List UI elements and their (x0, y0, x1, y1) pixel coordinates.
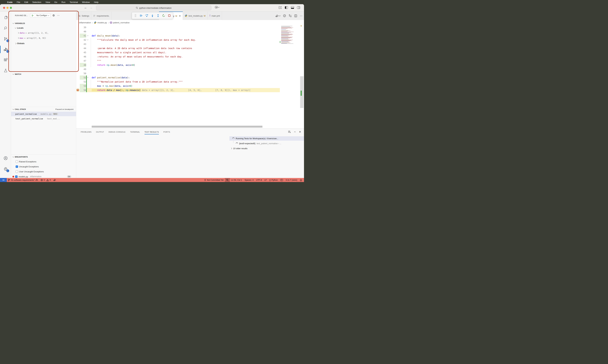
tab-main-yml[interactable]: !main.yml (208, 12, 222, 20)
commit-status-item[interactable]: Not Committed Yet (203, 178, 225, 182)
problems-item[interactable]: 0 0 (39, 178, 52, 182)
indentation-item[interactable]: Spaces: 4 (243, 178, 255, 182)
breakpoint-margin[interactable] (76, 67, 80, 71)
run-or-debug-button[interactable] (276, 14, 280, 17)
compare-changes-icon[interactable] (289, 14, 291, 17)
breakpoint-margin[interactable] (76, 80, 80, 84)
stack-frame-row[interactable]: patient_normalisemodels.py54:1 (11, 112, 76, 116)
debug-launch-control[interactable]: No Configur (30, 13, 51, 18)
breakpoint-margin[interactable] (76, 84, 80, 88)
command-center-search[interactable]: python-intermediate-inflammation (96, 5, 211, 10)
activity-explorer[interactable] (0, 13, 11, 23)
config-dropdown[interactable]: No Configur (35, 14, 50, 17)
code-line-39[interactable]: 39 (76, 25, 304, 29)
breakpoint-margin[interactable] (76, 76, 80, 80)
stop-button[interactable] (166, 13, 172, 18)
breakpoint-margin[interactable] (76, 71, 80, 76)
breakpoint-margin[interactable] (76, 42, 80, 46)
activity-run-and-debug[interactable]: 1 (0, 44, 11, 54)
clear-results-icon[interactable] (288, 131, 291, 133)
language-mode-item[interactable]: {} Python (268, 178, 279, 182)
activity-source-control[interactable]: 3 (0, 34, 11, 44)
breakpoint-margin[interactable] (76, 63, 80, 67)
continue-button[interactable] (138, 13, 144, 18)
eol-item[interactable]: LF (263, 178, 268, 182)
more-actions-icon[interactable]: ⋯ (300, 14, 302, 17)
breakpoint-row[interactable]: User Uncaught Exceptions (11, 169, 76, 174)
branch-item[interactable]: 31-software-requirements* (7, 178, 39, 182)
notifications-item[interactable] (299, 178, 304, 182)
call-stack-section-header[interactable]: CALL STACK Paused on breakpoint (11, 107, 76, 111)
gear-icon[interactable]: ⚙ (52, 14, 55, 17)
code-line-51[interactable]: 51def patient_normalise(data): (76, 76, 304, 80)
panel-tab-test-results[interactable]: TEST RESULTS (144, 129, 159, 135)
toggle-secondary-sidebar-icon[interactable] (297, 6, 300, 9)
code-line-40[interactable]: 40 (76, 29, 304, 34)
code-line-50[interactable]: 50 (76, 71, 304, 76)
maximize-panel-icon[interactable] (294, 131, 296, 133)
copilot-menu[interactable] (215, 6, 219, 8)
code-line-41[interactable]: 41def daily_mean(data): (76, 34, 304, 38)
locals-group[interactable]: Locals (11, 26, 76, 30)
breakpoint-margin[interactable] (76, 59, 80, 63)
code-line-42[interactable]: 42 """Calculate the daily mean of a 2D i… (76, 38, 304, 42)
more-actions-icon[interactable]: ⋯ (57, 14, 60, 17)
breakpoint-margin[interactable] (76, 54, 80, 59)
activity-extensions[interactable] (0, 55, 11, 65)
code-line-52[interactable]: 52 """Normalise patient data from a 2D i… (76, 80, 304, 84)
debug-status-item[interactable] (52, 178, 57, 182)
minimap[interactable] (280, 25, 300, 128)
fold-chevron-icon[interactable] (87, 39, 89, 40)
menu-item-terminal[interactable]: Terminal (69, 1, 78, 3)
menu-item-go[interactable]: Go (54, 1, 57, 3)
menu-item-code[interactable]: Code (7, 1, 13, 3)
variable-row-data[interactable]: data= array([[1, 2, 3], (11, 31, 76, 35)
breakpoint-row[interactable]: ✓Uncaught Exceptions (11, 164, 76, 169)
code-line-46[interactable]: 46 :returns: An array of mean values of … (76, 54, 304, 59)
fold-chevron-icon[interactable] (87, 77, 89, 78)
step-into-button[interactable] (150, 13, 155, 18)
breakpoint-margin[interactable] (76, 29, 80, 34)
breakpoint-margin[interactable] (76, 46, 80, 50)
python-interpreter-item[interactable]: 3.11.7 (venv) (284, 178, 299, 182)
activity-settings[interactable]: 1 (0, 164, 11, 174)
checkbox[interactable]: ✓ (16, 165, 18, 168)
breakpoints-section-header[interactable]: BREAKPOINTS (11, 155, 76, 159)
breakpoint-row[interactable]: Raised Exceptions (11, 159, 76, 164)
customize-layout-icon[interactable] (278, 6, 282, 9)
close-icon[interactable]: ✕ (179, 15, 181, 17)
variable-row-max[interactable]: max= array([7, 8, 9]) (11, 36, 76, 40)
panel-tab-ports[interactable]: PORTS (163, 129, 170, 135)
step-out-button[interactable] (155, 13, 161, 18)
start-debug-icon[interactable] (30, 13, 35, 17)
breadcrumb-item[interactable]: models.py (94, 21, 107, 24)
code-line-47[interactable]: 47 """ (76, 59, 304, 63)
code-line-54[interactable]: 54 return data / max[:, np.newaxis] data… (76, 88, 304, 92)
cursor-position-item[interactable]: Ln 54, Col 1 (230, 178, 243, 182)
toggle-primary-sidebar-icon[interactable] (285, 6, 288, 9)
code-line-45[interactable]: 45 measurements for a single patient acr… (76, 50, 304, 54)
tab-settings[interactable]: Settings (76, 12, 91, 20)
variables-section-header[interactable]: VARIABLES (11, 21, 76, 26)
breadcrumb-item[interactable]: inflammation (79, 21, 91, 24)
encoding-item[interactable]: UTF-8 (255, 178, 263, 182)
breakpoint-margin[interactable] (76, 25, 80, 29)
forward-arrow-icon[interactable]: → (90, 6, 93, 10)
menu-item-run[interactable]: Run (61, 1, 65, 3)
breakpoint-margin[interactable] (76, 50, 80, 54)
toggle-panel-icon[interactable] (291, 6, 294, 9)
close-panel-icon[interactable]: ✕ (299, 130, 301, 133)
test-result-row[interactable]: Running Tests for Workspace(s): /Users/u… (229, 136, 304, 141)
breadcrumb-item[interactable]: patient_normalise (110, 21, 129, 24)
menu-item-view[interactable]: View (45, 1, 50, 3)
watch-section-header[interactable]: WATCH (11, 72, 76, 76)
activity-testing[interactable] (0, 66, 11, 76)
step-over-button[interactable] (144, 13, 150, 18)
menu-item-file[interactable]: File (17, 1, 20, 3)
stack-frame-row[interactable]: test_patient_normalisetest_mod... (11, 116, 76, 121)
restart-button[interactable] (161, 13, 166, 18)
checkbox[interactable] (16, 160, 18, 163)
horizontal-scrollbar[interactable] (92, 126, 263, 128)
panel-tab-terminal[interactable]: TERMINAL (130, 129, 140, 135)
panel-tab-debug-console[interactable]: DEBUG CONSOLE (109, 129, 126, 135)
